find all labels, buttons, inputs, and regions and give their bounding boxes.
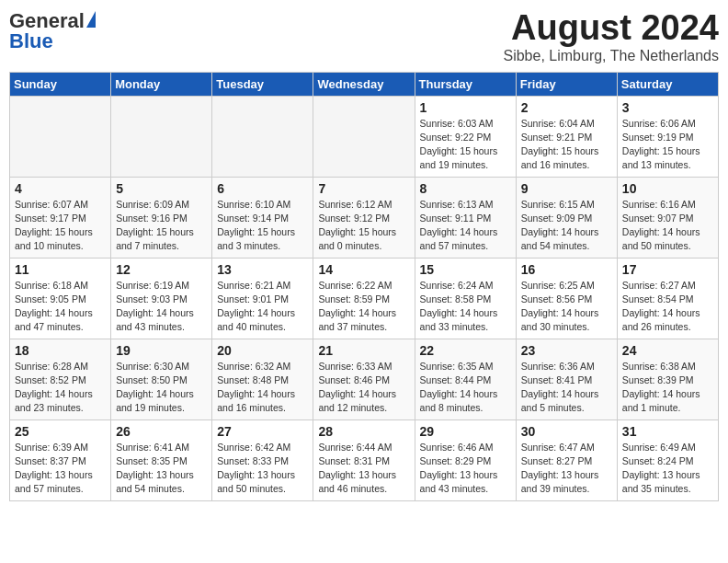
day-number: 21 xyxy=(318,343,409,358)
logo: General Blue xyxy=(9,9,96,53)
day-number: 8 xyxy=(420,181,511,196)
calendar-cell: 24Sunrise: 6:38 AM Sunset: 8:39 PM Dayli… xyxy=(617,339,718,419)
day-info: Sunrise: 6:30 AM Sunset: 8:50 PM Dayligh… xyxy=(116,360,207,416)
day-number: 24 xyxy=(622,343,713,358)
calendar-cell: 29Sunrise: 6:46 AM Sunset: 8:29 PM Dayli… xyxy=(415,419,516,500)
day-info: Sunrise: 6:38 AM Sunset: 8:39 PM Dayligh… xyxy=(622,360,713,416)
day-info: Sunrise: 6:21 AM Sunset: 9:01 PM Dayligh… xyxy=(217,279,308,335)
calendar-cell xyxy=(111,96,212,177)
column-header-sunday: Sunday xyxy=(10,72,111,96)
page-header: General Blue August 2024 Sibbe, Limburg,… xyxy=(9,9,719,64)
day-number: 9 xyxy=(521,181,612,196)
day-number: 22 xyxy=(420,343,511,358)
day-info: Sunrise: 6:39 AM Sunset: 8:37 PM Dayligh… xyxy=(15,441,106,497)
day-info: Sunrise: 6:32 AM Sunset: 8:48 PM Dayligh… xyxy=(217,360,308,416)
day-number: 15 xyxy=(420,262,511,277)
calendar-cell: 11Sunrise: 6:18 AM Sunset: 9:05 PM Dayli… xyxy=(10,258,111,339)
day-info: Sunrise: 6:24 AM Sunset: 8:58 PM Dayligh… xyxy=(420,279,511,335)
day-info: Sunrise: 6:16 AM Sunset: 9:07 PM Dayligh… xyxy=(622,198,713,254)
day-number: 1 xyxy=(420,100,511,115)
day-number: 16 xyxy=(521,262,612,277)
day-info: Sunrise: 6:13 AM Sunset: 9:11 PM Dayligh… xyxy=(420,198,511,254)
day-number: 18 xyxy=(15,343,106,358)
day-number: 29 xyxy=(420,424,511,439)
day-info: Sunrise: 6:09 AM Sunset: 9:16 PM Dayligh… xyxy=(116,198,207,254)
column-header-monday: Monday xyxy=(111,72,212,96)
location-text: Sibbe, Limburg, The Netherlands xyxy=(503,48,719,64)
day-info: Sunrise: 6:18 AM Sunset: 9:05 PM Dayligh… xyxy=(15,279,106,335)
title-block: August 2024 Sibbe, Limburg, The Netherla… xyxy=(503,9,719,64)
day-info: Sunrise: 6:33 AM Sunset: 8:46 PM Dayligh… xyxy=(318,360,409,416)
day-number: 28 xyxy=(318,424,409,439)
logo-triangle-icon xyxy=(86,11,96,28)
column-header-tuesday: Tuesday xyxy=(212,72,313,96)
calendar-cell: 23Sunrise: 6:36 AM Sunset: 8:41 PM Dayli… xyxy=(516,339,617,419)
calendar-cell xyxy=(212,96,313,177)
calendar-cell: 21Sunrise: 6:33 AM Sunset: 8:46 PM Dayli… xyxy=(313,339,415,419)
calendar-week-1: 1Sunrise: 6:03 AM Sunset: 9:22 PM Daylig… xyxy=(10,96,719,177)
calendar-cell: 25Sunrise: 6:39 AM Sunset: 8:37 PM Dayli… xyxy=(10,419,111,500)
day-number: 23 xyxy=(521,343,612,358)
day-number: 4 xyxy=(15,181,106,196)
day-number: 11 xyxy=(15,262,106,277)
calendar-cell: 17Sunrise: 6:27 AM Sunset: 8:54 PM Dayli… xyxy=(617,258,718,339)
calendar-week-4: 18Sunrise: 6:28 AM Sunset: 8:52 PM Dayli… xyxy=(10,339,719,419)
calendar-cell: 1Sunrise: 6:03 AM Sunset: 9:22 PM Daylig… xyxy=(415,96,516,177)
day-info: Sunrise: 6:06 AM Sunset: 9:19 PM Dayligh… xyxy=(622,117,713,173)
day-info: Sunrise: 6:25 AM Sunset: 8:56 PM Dayligh… xyxy=(521,279,612,335)
calendar-cell xyxy=(313,96,415,177)
day-number: 5 xyxy=(116,181,207,196)
day-info: Sunrise: 6:28 AM Sunset: 8:52 PM Dayligh… xyxy=(15,360,106,416)
day-number: 2 xyxy=(521,100,612,115)
calendar-body: 1Sunrise: 6:03 AM Sunset: 9:22 PM Daylig… xyxy=(10,96,719,500)
calendar-week-5: 25Sunrise: 6:39 AM Sunset: 8:37 PM Dayli… xyxy=(10,419,719,500)
logo-blue-text: Blue xyxy=(9,29,53,53)
calendar-cell xyxy=(10,96,111,177)
day-info: Sunrise: 6:04 AM Sunset: 9:21 PM Dayligh… xyxy=(521,117,612,173)
day-number: 20 xyxy=(217,343,308,358)
day-info: Sunrise: 6:44 AM Sunset: 8:31 PM Dayligh… xyxy=(318,441,409,497)
month-title: August 2024 xyxy=(503,9,719,48)
day-info: Sunrise: 6:35 AM Sunset: 8:44 PM Dayligh… xyxy=(420,360,511,416)
day-number: 26 xyxy=(116,424,207,439)
calendar-cell: 10Sunrise: 6:16 AM Sunset: 9:07 PM Dayli… xyxy=(617,177,718,258)
calendar-cell: 4Sunrise: 6:07 AM Sunset: 9:17 PM Daylig… xyxy=(10,177,111,258)
day-number: 19 xyxy=(116,343,207,358)
column-header-saturday: Saturday xyxy=(617,72,718,96)
column-header-thursday: Thursday xyxy=(415,72,516,96)
day-number: 12 xyxy=(116,262,207,277)
day-info: Sunrise: 6:22 AM Sunset: 8:59 PM Dayligh… xyxy=(318,279,409,335)
day-info: Sunrise: 6:07 AM Sunset: 9:17 PM Dayligh… xyxy=(15,198,106,254)
calendar-cell: 18Sunrise: 6:28 AM Sunset: 8:52 PM Dayli… xyxy=(10,339,111,419)
calendar-header-row: SundayMondayTuesdayWednesdayThursdayFrid… xyxy=(10,72,719,96)
calendar-cell: 9Sunrise: 6:15 AM Sunset: 9:09 PM Daylig… xyxy=(516,177,617,258)
calendar-cell: 8Sunrise: 6:13 AM Sunset: 9:11 PM Daylig… xyxy=(415,177,516,258)
day-info: Sunrise: 6:42 AM Sunset: 8:33 PM Dayligh… xyxy=(217,441,308,497)
day-number: 13 xyxy=(217,262,308,277)
calendar-cell: 19Sunrise: 6:30 AM Sunset: 8:50 PM Dayli… xyxy=(111,339,212,419)
day-number: 3 xyxy=(622,100,713,115)
day-info: Sunrise: 6:49 AM Sunset: 8:24 PM Dayligh… xyxy=(622,441,713,497)
calendar-cell: 12Sunrise: 6:19 AM Sunset: 9:03 PM Dayli… xyxy=(111,258,212,339)
calendar-week-3: 11Sunrise: 6:18 AM Sunset: 9:05 PM Dayli… xyxy=(10,258,719,339)
calendar-cell: 14Sunrise: 6:22 AM Sunset: 8:59 PM Dayli… xyxy=(313,258,415,339)
calendar-cell: 5Sunrise: 6:09 AM Sunset: 9:16 PM Daylig… xyxy=(111,177,212,258)
day-number: 25 xyxy=(15,424,106,439)
day-number: 30 xyxy=(521,424,612,439)
calendar-cell: 3Sunrise: 6:06 AM Sunset: 9:19 PM Daylig… xyxy=(617,96,718,177)
calendar-week-2: 4Sunrise: 6:07 AM Sunset: 9:17 PM Daylig… xyxy=(10,177,719,258)
day-info: Sunrise: 6:27 AM Sunset: 8:54 PM Dayligh… xyxy=(622,279,713,335)
day-number: 7 xyxy=(318,181,409,196)
day-number: 17 xyxy=(622,262,713,277)
calendar-cell: 26Sunrise: 6:41 AM Sunset: 8:35 PM Dayli… xyxy=(111,419,212,500)
calendar-cell: 15Sunrise: 6:24 AM Sunset: 8:58 PM Dayli… xyxy=(415,258,516,339)
day-info: Sunrise: 6:36 AM Sunset: 8:41 PM Dayligh… xyxy=(521,360,612,416)
calendar-cell: 30Sunrise: 6:47 AM Sunset: 8:27 PM Dayli… xyxy=(516,419,617,500)
calendar-cell: 20Sunrise: 6:32 AM Sunset: 8:48 PM Dayli… xyxy=(212,339,313,419)
day-number: 6 xyxy=(217,181,308,196)
day-number: 31 xyxy=(622,424,713,439)
calendar-cell: 31Sunrise: 6:49 AM Sunset: 8:24 PM Dayli… xyxy=(617,419,718,500)
column-header-wednesday: Wednesday xyxy=(313,72,415,96)
day-number: 27 xyxy=(217,424,308,439)
day-info: Sunrise: 6:19 AM Sunset: 9:03 PM Dayligh… xyxy=(116,279,207,335)
